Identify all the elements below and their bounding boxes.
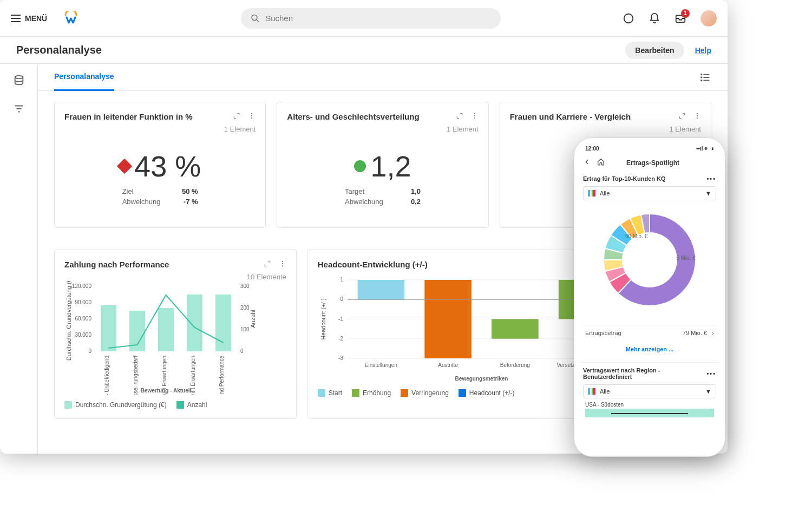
svg-point-17 bbox=[474, 113, 475, 114]
svg-point-21 bbox=[697, 115, 698, 116]
svg-text:Durchschn. Grundvergütung (€): Durchschn. Grundvergütung (€) bbox=[66, 281, 72, 361]
mini-bar bbox=[585, 409, 714, 417]
search-bar[interactable] bbox=[241, 8, 501, 29]
avatar[interactable] bbox=[700, 10, 717, 27]
menu-button[interactable]: MENÜ bbox=[11, 14, 47, 23]
chat-icon[interactable] bbox=[623, 12, 634, 24]
expand-icon[interactable] bbox=[233, 112, 240, 122]
tab-personalanalyse[interactable]: Personalanalyse bbox=[54, 64, 114, 91]
edit-button[interactable]: Bearbeiten bbox=[625, 42, 684, 59]
card-title: Alters- und Geschlechtsverteilung bbox=[287, 112, 455, 121]
signal-icon: ••ıl ᯤ ▮ bbox=[696, 146, 714, 152]
svg-text:Austritte: Austritte bbox=[438, 362, 458, 368]
chevron-down-icon: ▼ bbox=[705, 190, 711, 196]
svg-rect-35 bbox=[101, 305, 116, 351]
svg-text:1 - Unbefriedigend: 1 - Unbefriedigend bbox=[104, 356, 110, 395]
svg-point-12 bbox=[701, 77, 702, 78]
more-icon[interactable]: ••• bbox=[706, 175, 716, 182]
svg-line-1 bbox=[257, 19, 259, 22]
more-icon[interactable] bbox=[248, 112, 256, 122]
donut-chart: 50 Mio. €5 Mio. € bbox=[583, 200, 716, 325]
card-title: Zahlung nach Performance bbox=[64, 260, 264, 269]
notification-badge: 1 bbox=[681, 9, 690, 18]
mobile-window: 12:00 ••ıl ᯤ ▮ Ertrags-Spotlight Ertrag … bbox=[574, 137, 725, 457]
svg-rect-37 bbox=[158, 308, 174, 351]
svg-text:-3: -3 bbox=[338, 355, 343, 361]
svg-point-18 bbox=[474, 115, 475, 116]
search-input[interactable] bbox=[265, 14, 491, 23]
svg-text:2 - Verbesse- rungsbedarf: 2 - Verbesse- rungsbedarf bbox=[133, 356, 139, 395]
svg-text:Einstellungen: Einstellungen bbox=[365, 362, 397, 368]
mobile-section-title: Vertragswert nach Region - Benutzerdefin… bbox=[583, 367, 706, 380]
svg-text:0: 0 bbox=[240, 348, 244, 354]
svg-text:100: 100 bbox=[240, 326, 250, 332]
card-title: Frauen in leitender Funktion in % bbox=[64, 112, 233, 121]
circle-icon bbox=[354, 160, 366, 172]
left-rail bbox=[0, 64, 38, 454]
filter-select[interactable]: Alle ▼ bbox=[583, 186, 716, 200]
mobile-section-title: Ertrag für Top-10-Kunden KQ bbox=[583, 175, 666, 182]
svg-text:Bewegungsmetriken: Bewegungsmetriken bbox=[455, 376, 508, 382]
card-sub: 1 Element bbox=[510, 125, 701, 133]
card-sub: 1 Element bbox=[64, 125, 256, 133]
svg-text:5 - Hervorragend Performance: 5 - Hervorragend Performance bbox=[219, 356, 225, 395]
svg-point-25 bbox=[282, 265, 283, 266]
filter-select[interactable]: Alle ▼ bbox=[583, 384, 716, 398]
svg-text:5 Mio. €: 5 Mio. € bbox=[676, 255, 696, 261]
expand-icon[interactable] bbox=[456, 112, 463, 122]
svg-point-16 bbox=[251, 117, 252, 119]
home-icon[interactable] bbox=[597, 158, 605, 168]
svg-rect-39 bbox=[215, 294, 231, 351]
svg-point-15 bbox=[251, 115, 252, 116]
topbar: MENÜ 1 bbox=[0, 0, 728, 37]
svg-point-23 bbox=[282, 261, 283, 262]
svg-text:-1: -1 bbox=[338, 316, 343, 322]
workday-logo[interactable] bbox=[63, 11, 78, 26]
svg-text:-2: -2 bbox=[338, 336, 343, 342]
svg-text:300: 300 bbox=[240, 283, 250, 289]
card-title: Frauen und Karriere - Vergleich bbox=[510, 112, 678, 121]
svg-text:30.000: 30.000 bbox=[75, 332, 91, 338]
svg-text:0: 0 bbox=[88, 348, 91, 354]
tabs-row: Personalanalyse bbox=[38, 64, 728, 91]
back-icon[interactable] bbox=[583, 158, 591, 168]
mobile-title: Ertrags-Spotlight bbox=[611, 159, 695, 167]
chevron-down-icon: ▼ bbox=[705, 388, 711, 395]
list-view-icon[interactable] bbox=[699, 71, 711, 83]
svg-text:Bewertung - Aktuell: Bewertung - Aktuell bbox=[141, 388, 192, 394]
svg-rect-59 bbox=[424, 280, 472, 358]
card-zahlung-performance: Zahlung nach Performance 10 Elemente 030… bbox=[54, 250, 297, 419]
menu-label: MENÜ bbox=[25, 14, 47, 23]
more-link[interactable]: Mehr anzeigen ... bbox=[583, 340, 716, 358]
svg-point-20 bbox=[697, 113, 698, 114]
mobile-nav: Ertrags-Spotlight bbox=[581, 155, 718, 171]
more-icon[interactable] bbox=[279, 260, 286, 270]
help-link[interactable]: Help bbox=[695, 46, 711, 55]
inbox-icon[interactable]: 1 bbox=[675, 12, 686, 24]
bar-line-chart: 030.00060.00090.000120.00001002003001 - … bbox=[64, 281, 286, 397]
more-icon[interactable] bbox=[693, 112, 701, 122]
more-icon[interactable] bbox=[471, 112, 479, 122]
filter-icon[interactable] bbox=[13, 103, 25, 115]
svg-text:50 Mio. €: 50 Mio. € bbox=[625, 233, 648, 239]
svg-text:Beförderung: Beförderung bbox=[500, 362, 530, 368]
topbar-actions: 1 bbox=[623, 10, 717, 27]
database-icon[interactable] bbox=[13, 75, 25, 87]
ertragsbetrag-row[interactable]: Ertragsbetrag 79 Mio. € › bbox=[583, 325, 716, 340]
search-icon bbox=[251, 14, 260, 23]
chevron-right-icon: › bbox=[712, 330, 714, 336]
svg-point-24 bbox=[282, 263, 283, 264]
more-icon[interactable]: ••• bbox=[706, 370, 716, 377]
kpi-value: 1,2 bbox=[370, 149, 411, 183]
svg-text:Headcount (+/-): Headcount (+/-) bbox=[320, 298, 326, 340]
svg-text:Anzahl: Anzahl bbox=[250, 310, 256, 328]
expand-icon[interactable] bbox=[678, 112, 686, 122]
bell-icon[interactable] bbox=[649, 12, 660, 24]
expand-icon[interactable] bbox=[264, 260, 271, 270]
svg-point-2 bbox=[624, 14, 633, 23]
diamond-icon bbox=[117, 159, 132, 174]
svg-text:120.000: 120.000 bbox=[72, 283, 92, 289]
card-sub: 10 Elemente bbox=[64, 273, 286, 281]
svg-text:200: 200 bbox=[240, 305, 250, 311]
svg-text:90.000: 90.000 bbox=[75, 299, 91, 305]
